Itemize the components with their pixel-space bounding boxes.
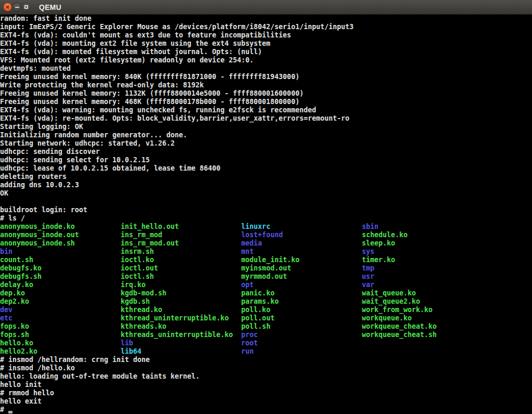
terminal-text: Freeing unused kernel memory: 1132K (fff… bbox=[0, 89, 303, 97]
close-button[interactable]: ✕ bbox=[3, 3, 12, 11]
terminal-text bbox=[254, 347, 362, 355]
terminal-line: Write protecting the kernel read-only da… bbox=[0, 81, 532, 89]
ls-entry: delay.ko bbox=[0, 281, 33, 289]
terminal-text bbox=[133, 339, 241, 347]
terminal-text bbox=[162, 231, 241, 239]
terminal-text bbox=[254, 281, 362, 289]
terminal-line: Freeing unused kernel memory: 1132K (fff… bbox=[0, 89, 532, 98]
ls-entry: kgdb-mod.sh bbox=[121, 289, 166, 297]
terminal-text bbox=[154, 256, 241, 264]
terminal-line: udhcpc: sending discover bbox=[0, 148, 532, 156]
ls-entry: workqueue_cheat.sh bbox=[362, 331, 437, 339]
qemu-window: ✕ QEMU random: fast init doneinput: ImEx… bbox=[0, 0, 532, 414]
ls-entry: opt bbox=[241, 281, 254, 289]
terminal-line: anonymous_inode.ko init_hello.out linuxr… bbox=[0, 223, 532, 231]
ls-entry: workqueue_cheat.ko bbox=[362, 322, 437, 330]
terminal-line: # insmod /hello.ko bbox=[0, 364, 532, 372]
ls-entry: params.ko bbox=[241, 297, 278, 305]
ls-entry: anonymous_inode.ko bbox=[0, 223, 75, 230]
ls-entry: ioctl.out bbox=[121, 264, 158, 272]
ls-entry: hello.ko bbox=[0, 339, 33, 347]
ls-entry: wait_queue.ko bbox=[362, 289, 416, 297]
terminal-line: hello exit bbox=[0, 397, 532, 406]
terminal-text: Initializing random number generator... … bbox=[0, 131, 187, 139]
terminal-line: hello.ko lib root bbox=[0, 339, 532, 347]
terminal-line: debugfs.ko ioctl.out myinsmod.out tmp bbox=[0, 264, 532, 273]
titlebar[interactable]: ✕ QEMU bbox=[0, 0, 532, 15]
minimize-icon bbox=[15, 7, 19, 8]
ls-entry: sleep.ko bbox=[362, 239, 395, 247]
terminal-screen[interactable]: random: fast init doneinput: ImExPS/2 Ge… bbox=[0, 15, 532, 414]
ls-entry: kgdb.sh bbox=[121, 297, 150, 305]
minimize-button[interactable] bbox=[12, 3, 21, 11]
terminal-line: # insmod /hellrandom: crng init done bbox=[0, 356, 532, 364]
ls-entry: dep.ko bbox=[0, 289, 25, 297]
ls-entry: dev bbox=[0, 306, 12, 314]
terminal-text bbox=[179, 223, 241, 230]
terminal-text bbox=[154, 248, 241, 255]
terminal-text bbox=[33, 256, 121, 264]
terminal-line: Freeing unused kernel memory: 840K (ffff… bbox=[0, 73, 532, 81]
ls-entry: work_from_work.ko bbox=[362, 306, 433, 314]
terminal-line: buildroot login: root bbox=[0, 206, 532, 214]
terminal-text: hello: loading out-of-tree module taints… bbox=[0, 372, 200, 380]
ls-entry: timer.ko bbox=[362, 256, 395, 264]
terminal-line: random: fast init done bbox=[0, 15, 532, 23]
terminal-text bbox=[274, 289, 362, 297]
terminal-text: Freeing unused kernel memory: 468K (ffff… bbox=[0, 98, 299, 106]
ls-entry: dep2.ko bbox=[0, 297, 29, 305]
terminal-text bbox=[287, 273, 362, 280]
ls-entry: lib64 bbox=[121, 347, 141, 355]
terminal-text bbox=[141, 347, 241, 355]
ls-entry: init_hello.out bbox=[121, 223, 179, 230]
terminal-output: random: fast init doneinput: ImExPS/2 Ge… bbox=[0, 15, 532, 414]
terminal-line: EXT4-fs (vda): couldn't mount as ext3 du… bbox=[0, 31, 532, 40]
terminal-text bbox=[158, 264, 241, 272]
terminal-line: dev kthread.ko poll.ko work_from_work.ko bbox=[0, 306, 532, 314]
ls-entry: module_init.ko bbox=[241, 256, 299, 264]
terminal-line: anonymous_inode.sh ins_rm_mod.out media … bbox=[0, 239, 532, 248]
ls-entry: schedule.ko bbox=[362, 231, 408, 239]
terminal-line: devtmpfs: mounted bbox=[0, 64, 532, 73]
ls-entry: panic.ko bbox=[241, 289, 274, 297]
terminal-line: dep.ko kgdb-mod.sh panic.ko wait_queue.k… bbox=[0, 289, 532, 297]
ls-entry: ins_rm_mod bbox=[121, 231, 162, 239]
terminal-line: Starting network: udhcpc: started, v1.26… bbox=[0, 139, 532, 148]
terminal-line: # rmmod hello bbox=[0, 389, 532, 397]
terminal-text bbox=[75, 239, 121, 247]
terminal-text bbox=[25, 289, 121, 297]
ls-entry: insrm.sh bbox=[121, 248, 154, 255]
ls-entry: etc bbox=[0, 314, 12, 322]
terminal-line bbox=[0, 198, 532, 206]
terminal-text bbox=[12, 248, 121, 255]
terminal-text bbox=[75, 223, 121, 230]
terminal-text bbox=[42, 264, 121, 272]
terminal-text: devtmpfs: mounted bbox=[0, 64, 71, 72]
terminal-line: EXT4-fs (vda): mounting ext2 file system… bbox=[0, 40, 532, 48]
terminal-text bbox=[29, 297, 121, 305]
terminal-line: delay.ko irq.ko opt var bbox=[0, 281, 532, 289]
terminal-line: deleting routers bbox=[0, 173, 532, 181]
terminal-cursor bbox=[8, 411, 12, 413]
terminal-text bbox=[145, 281, 241, 289]
terminal-line: OK bbox=[0, 189, 532, 198]
terminal-line: bin insrm.sh mnt sys bbox=[0, 248, 532, 256]
ls-entry: sys bbox=[362, 248, 375, 255]
terminal-text bbox=[12, 306, 121, 314]
window-title: QEMU bbox=[39, 3, 61, 11]
ls-entry: lost+found bbox=[241, 231, 283, 239]
terminal-text: EXT4-fs (vda): couldn't mount as ext3 du… bbox=[0, 31, 291, 39]
terminal-text: buildroot login: root bbox=[0, 206, 87, 214]
terminal-line: VFS: Mounted root (ext2 filesystem) read… bbox=[0, 56, 532, 64]
terminal-line: anonymous_inode.out ins_rm_mod lost+foun… bbox=[0, 231, 532, 239]
terminal-line: hello2.ko lib64 run bbox=[0, 347, 532, 356]
terminal-line: udhcpc: lease of 10.0.2.15 obtained, lea… bbox=[0, 164, 532, 173]
terminal-text bbox=[37, 347, 121, 355]
terminal-text: VFS: Mounted root (ext2 filesystem) read… bbox=[0, 56, 254, 64]
terminal-text: EXT4-fs (vda): warning: mounting uncheck… bbox=[0, 106, 316, 114]
maximize-button[interactable] bbox=[22, 3, 31, 11]
ls-entry: workqueue.ko bbox=[362, 314, 412, 322]
shell-prompt: # bbox=[0, 406, 8, 413]
ls-entry: run bbox=[241, 347, 254, 355]
terminal-text bbox=[29, 331, 121, 339]
